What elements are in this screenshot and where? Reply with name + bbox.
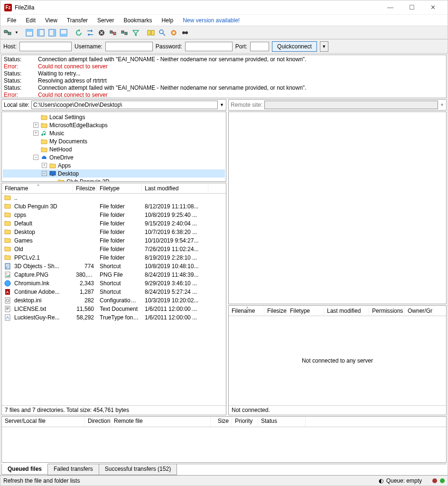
list-item[interactable]: PPCLv2.1File folder8/19/2019 2:28:10 ... [2, 253, 226, 262]
tree-node[interactable]: Local Settings [3, 113, 225, 121]
maximize-button[interactable]: ☐ [401, 1, 422, 14]
password-input[interactable] [185, 42, 233, 51]
cell-modified: 8/12/2019 11:11:08... [142, 203, 208, 210]
minimize-button[interactable]: — [380, 1, 401, 14]
list-item[interactable]: DesktopFile folder10/7/2019 6:38:20 ... [2, 228, 226, 236]
quickconnect-button[interactable]: Quickconnect [272, 41, 317, 52]
tab-failed[interactable]: Failed transfers [47, 464, 99, 475]
sync-browse-icon[interactable] [157, 28, 168, 38]
dropdown-icon[interactable]: ▼ [220, 103, 224, 107]
tree-node[interactable]: −Desktop [3, 169, 225, 178]
process-queue-icon[interactable] [85, 28, 95, 38]
menu-view[interactable]: View [40, 16, 62, 25]
list-item[interactable]: GamesFile folder10/10/2019 9:54:27... [2, 236, 226, 245]
filter-icon[interactable] [131, 28, 141, 38]
col-server-file[interactable]: Server/Local file [2, 417, 85, 427]
expand-icon[interactable]: + [33, 131, 38, 136]
menu-help[interactable]: Help [157, 16, 178, 25]
cell-name: Default [11, 220, 73, 227]
username-input[interactable] [105, 42, 153, 51]
tree-node[interactable]: NetHood [3, 145, 225, 153]
menu-transfer[interactable]: Transfer [62, 16, 93, 25]
local-file-list[interactable]: Filename Filesize Filetype Last modified… [1, 183, 226, 415]
cell-type: Text Document [97, 306, 142, 312]
toggle-log-icon[interactable] [24, 28, 35, 38]
menu-server[interactable]: Server [93, 16, 119, 25]
close-button[interactable]: ✕ [422, 1, 444, 14]
find-icon[interactable] [180, 28, 190, 38]
local-path-combo[interactable] [31, 101, 218, 109]
list-item[interactable]: desktop.ini282Configuration ...10/3/2019… [2, 296, 226, 305]
transfer-queue[interactable]: Server/Local file Direction Remote file … [1, 416, 447, 463]
music-icon [40, 130, 48, 137]
search-icon[interactable] [168, 28, 179, 38]
toggle-remote-tree-icon[interactable] [47, 28, 57, 38]
reconnect-icon[interactable] [119, 28, 130, 38]
col-modified[interactable]: Last modified [324, 307, 369, 315]
col-direction[interactable]: Direction [85, 417, 111, 427]
cancel-icon[interactable] [96, 28, 107, 38]
tree-node[interactable]: Club Penguin 3D [3, 178, 225, 182]
menu-new-version[interactable]: New version available! [178, 16, 244, 25]
expand-icon[interactable]: + [42, 163, 47, 168]
list-item[interactable]: Club Penguin 3DFile folder8/12/2019 11:1… [2, 202, 226, 211]
col-modified[interactable]: Last modified [142, 184, 208, 193]
col-filetype[interactable]: Filetype [287, 307, 324, 315]
remote-list-header[interactable]: Filename Filesize Filetype Last modified… [229, 306, 446, 316]
list-item[interactable]: ALuckiestGuy-Re...58,292TrueType font ..… [2, 313, 226, 322]
tree-node[interactable]: −OneDrive [3, 153, 225, 161]
message-log[interactable]: Status:Connection attempt failed with "E… [1, 55, 447, 98]
col-status[interactable]: Status [258, 417, 306, 427]
remote-file-list[interactable]: Filename Filesize Filetype Last modified… [228, 305, 447, 415]
cell-name: Desktop [11, 229, 73, 235]
expand-icon[interactable]: − [33, 155, 38, 160]
col-priority[interactable]: Priority [232, 417, 258, 427]
menu-edit[interactable]: Edit [21, 16, 40, 25]
list-item[interactable]: Capture.PNG380,223PNG File8/24/2019 11:4… [2, 271, 226, 279]
expand-icon[interactable]: + [33, 122, 38, 128]
list-item[interactable]: Chromium.lnk2,343Shortcut9/29/2019 3:46:… [2, 279, 226, 288]
disconnect-icon[interactable] [108, 28, 118, 38]
tab-queued[interactable]: Queued files [1, 464, 48, 475]
col-filesize[interactable]: Filesize [73, 184, 97, 193]
list-item[interactable]: LICENSE.txt11,560Text Document1/6/2011 1… [2, 305, 226, 313]
expand-icon[interactable]: − [42, 171, 47, 176]
col-owner[interactable]: Owner/Gr [405, 307, 433, 315]
svg-text:A: A [6, 315, 9, 320]
tree-node[interactable]: +MicrosoftEdgeBackups [3, 121, 225, 129]
col-filename[interactable]: Filename [229, 307, 264, 315]
col-permissions[interactable]: Permissions [369, 307, 405, 315]
col-remote-file[interactable]: Remote file [111, 417, 211, 427]
list-item[interactable]: cppsFile folder10/8/2019 9:25:40 ... [2, 211, 226, 219]
menu-file[interactable]: File [2, 16, 21, 25]
tree-node[interactable]: My Documents [3, 137, 225, 145]
host-input[interactable] [19, 42, 72, 51]
tree-node[interactable]: +Apps [3, 161, 225, 169]
quickconnect-history-dropdown[interactable]: ▼ [320, 41, 328, 52]
col-filename[interactable]: Filename [2, 184, 73, 193]
menu-bookmarks[interactable]: Bookmarks [119, 16, 157, 25]
refresh-icon[interactable] [74, 28, 84, 38]
local-tree[interactable]: Local Settings+MicrosoftEdgeBackups+Musi… [1, 112, 226, 182]
remote-tree[interactable] [228, 112, 447, 304]
list-item[interactable]: OldFile folder7/26/2019 11:02:24... [2, 245, 226, 253]
site-manager-icon[interactable] [2, 28, 13, 38]
list-item[interactable]: DefaultFile folder9/15/2019 2:40:04 ... [2, 219, 226, 228]
transfer-header[interactable]: Server/Local file Direction Remote file … [2, 417, 446, 427]
port-input[interactable] [250, 42, 269, 51]
local-list-header[interactable]: Filename Filesize Filetype Last modified [2, 183, 226, 194]
tab-successful[interactable]: Successful transfers (152) [99, 464, 177, 475]
tree-node[interactable]: +Music [3, 129, 225, 137]
toggle-queue-icon[interactable] [58, 28, 69, 38]
col-size[interactable]: Size [211, 417, 232, 427]
toggle-tree-icon[interactable] [36, 28, 46, 38]
dropdown-icon[interactable]: ▼ [440, 103, 444, 107]
col-filetype[interactable]: Filetype [97, 184, 142, 193]
list-item[interactable]: AContinue Adobe...1,287Shortcut8/24/2019… [2, 288, 226, 296]
compare-icon[interactable] [146, 28, 156, 38]
col-filesize[interactable]: Filesize [264, 307, 287, 315]
cell-modified: 10/8/2019 9:25:40 ... [142, 212, 208, 218]
list-item[interactable]: .. [2, 194, 226, 202]
list-item[interactable]: 3D Objects - Sh...774Shortcut10/8/2019 1… [2, 262, 226, 271]
site-manager-dropdown-icon[interactable]: ▼ [14, 28, 19, 38]
